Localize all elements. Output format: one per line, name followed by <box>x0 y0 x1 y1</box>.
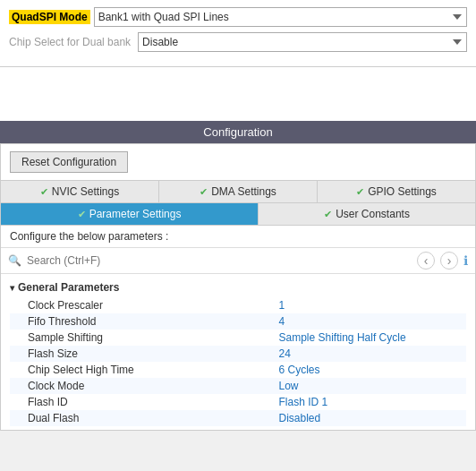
param-value: 1 <box>261 297 467 313</box>
param-name: Dual Flash <box>10 410 261 426</box>
param-value: 4 <box>261 313 467 330</box>
top-section: QuadSPI Mode Bank1 with Quad SPI Lines C… <box>0 0 476 67</box>
table-row: Fifo Threshold 4 <box>10 313 466 330</box>
param-value: Disabled <box>261 410 467 426</box>
table-row: Sample Shifting Sample Shifting Half Cyc… <box>10 330 466 346</box>
chip-select-select[interactable]: Disable <box>138 32 467 52</box>
configure-text: Configure the below parameters : <box>1 226 475 248</box>
param-name: Clock Prescaler <box>10 297 261 313</box>
param-value: Flash ID 1 <box>261 394 467 410</box>
quadspi-row: QuadSPI Mode Bank1 with Quad SPI Lines <box>9 7 467 27</box>
tab-parameter-settings[interactable]: ✔ Parameter Settings <box>1 203 259 225</box>
chip-select-label: Chip Select for Dual bank <box>9 36 134 48</box>
chip-select-row: Chip Select for Dual bank Disable <box>9 32 467 52</box>
nvic-check-icon: ✔ <box>40 186 48 198</box>
general-params-header: ▾ General Parameters <box>10 278 466 297</box>
params-section: ▾ General Parameters Clock Prescaler 1 F… <box>1 274 475 430</box>
param-name: Flash ID <box>10 394 261 410</box>
search-icon: 🔍 <box>8 254 21 267</box>
param-name: Clock Mode <box>10 378 261 394</box>
param-value: 24 <box>261 346 467 362</box>
table-row: Chip Select High Time 6 Cycles <box>10 362 466 378</box>
param-value: Sample Shifting Half Cycle <box>261 330 467 346</box>
quadspi-label: QuadSPI Mode <box>9 10 90 24</box>
param-table: Clock Prescaler 1 Fifo Threshold 4 Sampl… <box>10 297 466 426</box>
reset-btn-row: Reset Configuration <box>1 144 475 180</box>
quadspi-select[interactable]: Bank1 with Quad SPI Lines <box>94 7 467 27</box>
tabs-row2: ✔ Parameter Settings ✔ User Constants <box>1 203 475 226</box>
tabs-row1: ✔ NVIC Settings ✔ DMA Settings ✔ GPIO Se… <box>1 180 475 203</box>
info-icon[interactable]: ℹ <box>463 253 468 268</box>
param-name: Fifo Threshold <box>10 313 261 330</box>
table-row: Clock Mode Low <box>10 378 466 394</box>
search-row: 🔍 ‹ › ℹ <box>1 248 475 274</box>
reset-config-button[interactable]: Reset Configuration <box>10 151 128 173</box>
param-check-icon: ✔ <box>78 209 86 220</box>
search-input[interactable] <box>27 254 412 267</box>
config-body: Reset Configuration ✔ NVIC Settings ✔ DM… <box>0 143 476 431</box>
param-name: Sample Shifting <box>10 330 261 346</box>
tab-user-constants[interactable]: ✔ User Constants <box>259 203 475 225</box>
tab-nvic[interactable]: ✔ NVIC Settings <box>1 181 159 202</box>
nav-prev-button[interactable]: ‹ <box>417 252 435 270</box>
param-value: 6 Cycles <box>261 362 467 378</box>
config-header: Configuration <box>0 121 476 143</box>
user-check-icon: ✔ <box>324 209 332 220</box>
tab-gpio[interactable]: ✔ GPIO Settings <box>318 181 475 202</box>
param-name: Flash Size <box>10 346 261 362</box>
param-name: Chip Select High Time <box>10 362 261 378</box>
nav-next-button[interactable]: › <box>440 252 458 270</box>
chevron-down-icon: ▾ <box>10 283 14 293</box>
dma-check-icon: ✔ <box>200 186 208 198</box>
param-value: Low <box>261 378 467 394</box>
table-row: Flash ID Flash ID 1 <box>10 394 466 410</box>
gpio-check-icon: ✔ <box>356 186 364 198</box>
tab-dma[interactable]: ✔ DMA Settings <box>159 181 318 202</box>
table-row: Dual Flash Disabled <box>10 410 466 426</box>
table-row: Clock Prescaler 1 <box>10 297 466 313</box>
spacer <box>0 67 476 121</box>
table-row: Flash Size 24 <box>10 346 466 362</box>
